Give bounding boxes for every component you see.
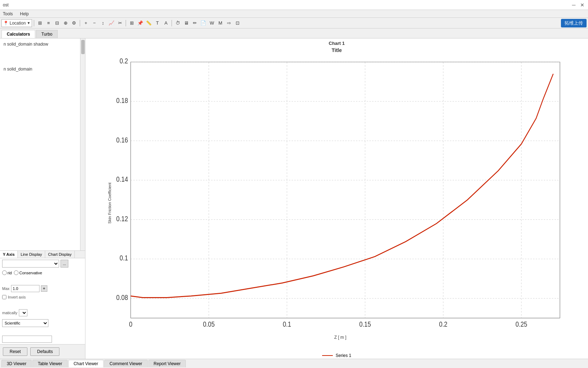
legend-line [322,355,333,356]
panel-item-2[interactable]: n solid_domain [3,66,77,73]
location-label: Location [10,21,26,26]
axis-tab-chart[interactable]: Chart Display [45,251,75,258]
toolbar-btn-9[interactable]: 📈 [107,19,115,27]
chart-title: Title [85,47,588,55]
toolbar-btn-13[interactable]: 📏 [145,19,153,27]
ctrl-row-auto: matically ▲ ▼ [0,308,85,318]
toolbar-btn-18[interactable]: ✏ [191,19,199,27]
bottom-tab-3d[interactable]: 3D Viewer [1,360,32,367]
toolbar: 📍 Location ▼ ⊞ ≡ ⊟ ⊕ ⚙ + − ↕ 📈 ✂ ⊞ 📌 📏 T… [0,18,588,28]
left-panel: n solid_domain shadow n solid_domain Y A… [0,38,85,359]
titlebar: ost ─ ✕ [0,0,588,10]
radio-conservative-label: Conservative [19,271,42,275]
menubar: Tools Help [0,10,588,18]
panel-item-1[interactable]: n solid_domain shadow [3,41,77,48]
top-upload-button[interactable]: 拓维上传 [561,19,587,27]
radio-conservative[interactable]: Conservative [14,270,42,275]
svg-text:0.1: 0.1 [120,254,128,262]
reset-button[interactable]: Reset [3,347,27,356]
scrollbar-vertical[interactable] [80,38,85,250]
menu-tools[interactable]: Tools [1,11,14,17]
y-axis-label: Skin Friction Coefficient [107,182,112,223]
chart-number: Chart 1 [85,38,588,47]
svg-text:0.2: 0.2 [120,58,128,65]
ctrl-row-max: Max + [0,284,85,294]
bottom-tab-bar: 3D Viewer Table Viewer Chart Viewer Comm… [0,359,588,368]
toolbar-btn-19[interactable]: 📄 [199,19,207,27]
location-icon: 📍 [3,21,9,26]
toolbar-sep-1 [34,20,34,26]
toolbar-sep-3 [126,20,126,26]
axis-tab-line[interactable]: Line Display [18,251,45,258]
tab-bar: Calculators Turbo [0,28,588,38]
toolbar-btn-10[interactable]: ✂ [116,19,124,27]
toolbar-btn-15[interactable]: A [162,19,170,27]
bottom-tab-report[interactable]: Report Viewer [148,360,186,367]
toolbar-btn-23[interactable]: ⊡ [233,19,241,27]
toolbar-btn-16[interactable]: ⏱ [174,19,182,27]
toolbar-btn-22[interactable]: ⇨ [225,19,233,27]
scientific-select[interactable]: Scientific Fixed General [2,319,48,327]
chart-container: Skin Friction Coefficient [85,55,588,352]
tab-calculators[interactable]: Calculators [1,30,35,38]
svg-text:0.14: 0.14 [116,175,128,183]
chevron-down-icon: ▼ [27,21,30,25]
toolbar-btn-12[interactable]: 📌 [136,19,144,27]
toolbar-btn-3[interactable]: ⊟ [53,19,61,27]
defaults-button[interactable]: Defaults [30,347,59,356]
radio-grid-input[interactable] [2,270,7,275]
titlebar-title: ost [3,2,9,7]
axis-tabs: Y Axis Line Display Chart Display [0,250,85,258]
radio-grid[interactable]: rid [2,270,12,275]
toolbar-btn-14[interactable]: T [153,19,161,27]
titlebar-controls: ─ ✕ [571,2,585,8]
svg-text:0.05: 0.05 [203,320,215,328]
legend-label: Series 1 [336,353,351,358]
text-input[interactable] [2,336,52,343]
bottom-tab-chart[interactable]: Chart Viewer [68,360,104,367]
bottom-tab-table[interactable]: Table Viewer [32,360,67,367]
x-axis-label: Z [ m ] [114,335,567,341]
toolbar-btn-6[interactable]: + [82,19,90,27]
toolbar-btn-11[interactable]: ⊞ [128,19,136,27]
toolbar-btn-20[interactable]: W [208,19,216,27]
radio-grid-label: rid [7,271,12,275]
location-dropdown[interactable]: 📍 Location ▼ [1,19,32,27]
max-label: Max [2,286,10,291]
toolbar-btn-2[interactable]: ≡ [44,19,52,27]
max-increment-btn[interactable]: + [41,285,47,292]
svg-text:0.1: 0.1 [283,320,291,328]
toolbar-btn-4[interactable]: ⊕ [62,19,69,27]
dots-button[interactable]: ... [61,260,68,268]
axis-tab-y[interactable]: Y Axis [0,251,18,258]
svg-text:0.2: 0.2 [439,320,447,328]
bottom-tab-comment[interactable]: Comment Viewer [104,360,148,367]
toolbar-btn-7[interactable]: − [90,19,98,27]
series-select[interactable] [2,260,59,268]
toolbar-btn-17[interactable]: 🖥 [182,19,190,27]
toolbar-btn-1[interactable]: ⊞ [36,19,44,27]
radio-conservative-input[interactable] [14,270,19,275]
toolbar-sep-4 [172,20,172,26]
chart-area: Chart 1 Title Skin Friction Coefficient [85,38,588,359]
tab-turbo[interactable]: Turbo [36,30,58,38]
auto-label: matically [2,311,17,315]
max-input[interactable] [11,285,40,292]
toolbar-btn-21[interactable]: M [216,19,224,27]
ctrl-row-invert: Invert axis [0,294,85,301]
close-button[interactable]: ✕ [579,2,585,8]
bottom-buttons: Reset Defaults [0,344,85,359]
toolbar-btn-8[interactable]: ↕ [99,19,107,27]
chart-legend: Series 1 [85,352,588,359]
toolbar-btn-5[interactable]: ⚙ [70,19,78,27]
svg-text:0.18: 0.18 [116,97,128,105]
invert-axis-checkbox[interactable] [2,295,6,299]
chart-svg: 0.2 0.18 0.16 0.14 0.12 0.1 0.08 0 0.05 … [114,58,567,334]
svg-text:0.08: 0.08 [116,294,128,302]
format-select[interactable]: ▲ ▼ [19,309,27,316]
minimize-button[interactable]: ─ [571,2,577,8]
svg-text:0.25: 0.25 [515,320,527,328]
ctrl-row-radio: rid Conservative [0,269,85,276]
menu-help[interactable]: Help [19,11,30,17]
svg-text:0.16: 0.16 [116,136,128,144]
